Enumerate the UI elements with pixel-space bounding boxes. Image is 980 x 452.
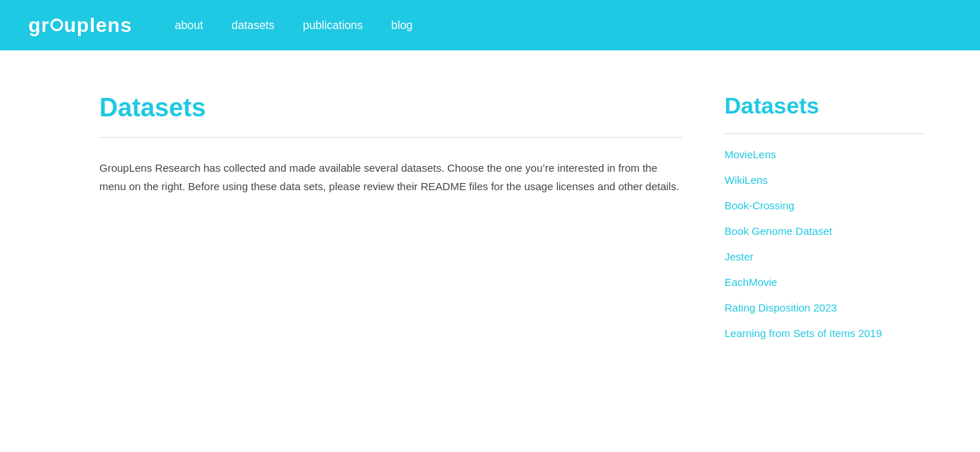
page-description: GroupLens Research has collected and mad… [99, 159, 682, 195]
list-item: Book Genome Dataset [725, 225, 923, 238]
list-item: WikiLens [725, 174, 923, 187]
list-item: Book-Crossing [725, 199, 923, 212]
title-divider [99, 137, 682, 138]
logo-link[interactable]: gruplens [28, 14, 132, 36]
sidebar-link-wikilens[interactable]: WikiLens [725, 174, 768, 186]
sidebar-link-eachmovie[interactable]: EachMovie [725, 276, 777, 288]
header: gruplens about datasets publications blo… [0, 0, 980, 50]
sidebar: Datasets MovieLens WikiLens Book-Crossin… [725, 93, 923, 340]
nav-about[interactable]: about [175, 19, 203, 32]
list-item: Rating Disposition 2023 [725, 302, 923, 314]
logo-area[interactable]: gruplens [28, 14, 132, 37]
list-item: EachMovie [725, 276, 923, 289]
sidebar-divider [725, 133, 923, 134]
logo-icon [50, 18, 63, 31]
nav-blog[interactable]: blog [391, 19, 412, 32]
list-item: Jester [725, 250, 923, 263]
list-item: Learning from Sets of Items 2019 [725, 327, 923, 340]
sidebar-link-bookcrossing[interactable]: Book-Crossing [725, 199, 794, 211]
main-nav: about datasets publications blog [175, 19, 412, 32]
sidebar-title: Datasets [725, 93, 923, 119]
main-content: Datasets GroupLens Research has collecte… [99, 93, 682, 340]
list-item: MovieLens [725, 148, 923, 161]
sidebar-link-learningfromsets[interactable]: Learning from Sets of Items 2019 [725, 327, 882, 339]
nav-datasets[interactable]: datasets [231, 19, 274, 32]
sidebar-link-ratingdisposition[interactable]: Rating Disposition 2023 [725, 302, 837, 314]
sidebar-link-jester[interactable]: Jester [725, 250, 754, 263]
sidebar-link-movielens[interactable]: MovieLens [725, 148, 776, 160]
page-title: Datasets [99, 93, 682, 123]
sidebar-link-list: MovieLens WikiLens Book-Crossing Book Ge… [725, 148, 923, 340]
sidebar-link-bookgenome[interactable]: Book Genome Dataset [725, 225, 832, 237]
nav-publications[interactable]: publications [303, 19, 363, 32]
page-container: Datasets GroupLens Research has collecte… [0, 50, 980, 382]
